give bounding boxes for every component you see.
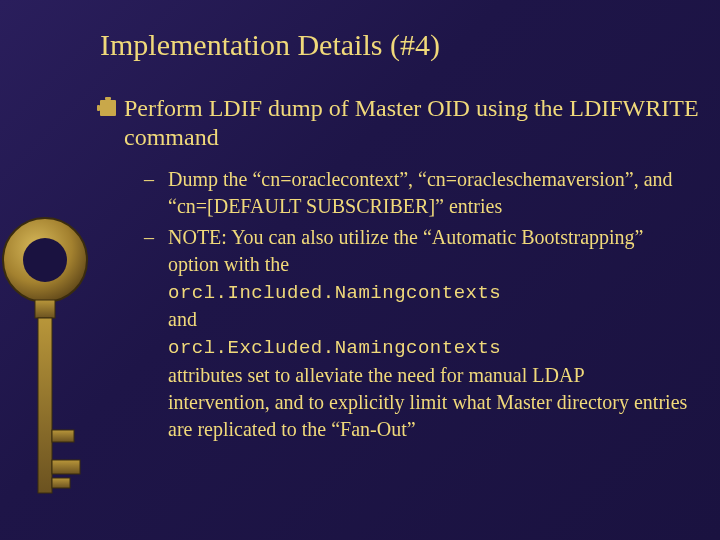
dash-icon: – <box>144 224 158 251</box>
svg-rect-3 <box>38 318 52 493</box>
bullet-item: Perform LDIF dump of Master OID using th… <box>100 94 700 152</box>
slide-title: Implementation Details (#4) <box>100 28 700 62</box>
dash-icon: – <box>144 166 158 193</box>
sub-bullet-item: – Dump the “cn=oraclecontext”, “cn=oracl… <box>144 166 700 220</box>
svg-point-0 <box>3 218 87 302</box>
sub-bullet-list: – Dump the “cn=oraclecontext”, “cn=oracl… <box>144 166 700 443</box>
svg-rect-4 <box>52 430 74 442</box>
puzzle-icon <box>100 100 116 116</box>
slide-content: Implementation Details (#4) Perform LDIF… <box>100 28 700 447</box>
note-lead: NOTE: You can also utilize the “Automati… <box>168 226 643 275</box>
svg-rect-5 <box>52 460 80 474</box>
svg-rect-2 <box>35 300 55 318</box>
code-excluded: orcl.Excluded.Namingcontexts <box>168 337 501 359</box>
note-and: and <box>168 308 197 330</box>
sub-bullet-text: NOTE: You can also utilize the “Automati… <box>168 224 688 443</box>
bullet-text: Perform LDIF dump of Master OID using th… <box>124 94 700 152</box>
sub-bullet-text: Dump the “cn=oraclecontext”, “cn=oracles… <box>168 166 688 220</box>
svg-rect-6 <box>52 478 70 488</box>
code-included: orcl.Included.Namingcontexts <box>168 282 501 304</box>
note-tail: attributes set to alleviate the need for… <box>168 364 687 440</box>
sub-bullet-item: – NOTE: You can also utilize the “Automa… <box>144 224 700 443</box>
key-icon <box>0 0 95 540</box>
svg-point-1 <box>23 238 67 282</box>
